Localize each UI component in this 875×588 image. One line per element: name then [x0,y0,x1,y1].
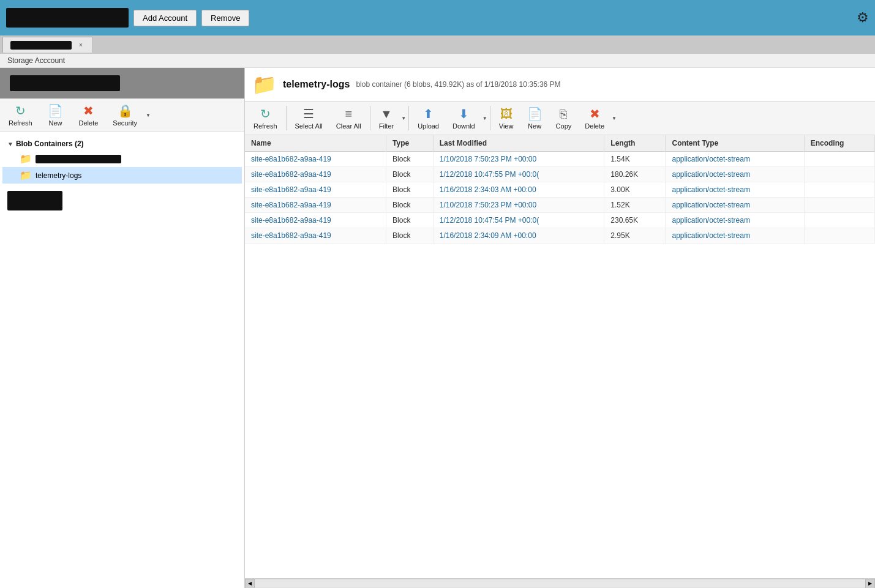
main-area: Storage Acccount ↻ Refresh 📄 New ✖ [0,54,875,588]
container-meta: blob container (6 blobs, 419.92K) as of … [356,80,560,89]
left-panel: ↻ Refresh 📄 New ✖ Delete 🔒 Security ▼ [0,68,245,588]
col-name: Name [245,135,386,152]
table-row[interactable]: site-e8a1b682-a9aa-419 Block 1/16/2018 2… [245,228,875,244]
container-name: telemetry-logs [283,79,350,90]
cell-type: Block [386,228,434,244]
cell-name: site-e8a1b682-a9aa-419 [245,228,386,244]
clear-all-label: Clear All [336,122,361,130]
cell-length: 180.26K [604,167,666,182]
copy-icon: ⎘ [560,107,567,121]
table-row[interactable]: site-e8a1b682-a9aa-419 Block 1/12/2018 1… [245,213,875,228]
clear-all-button[interactable]: ≡ Clear All [330,105,367,132]
left-toolbar: ↻ Refresh 📄 New ✖ Delete 🔒 Security ▼ [0,99,244,132]
cell-type: Block [386,167,434,182]
copy-label: Copy [556,122,572,130]
cell-encoding [804,182,874,198]
folder-icon-2: 📁 [20,169,32,181]
cell-encoding [804,167,874,182]
right-refresh-label: Refresh [253,122,277,130]
left-delete-label: Delete [79,119,99,127]
view-button[interactable]: 🖼 View [493,105,520,132]
upload-label: Upload [418,122,439,130]
table-row[interactable]: site-e8a1b682-a9aa-419 Block 1/16/2018 2… [245,182,875,198]
right-new-icon: 📄 [527,106,543,121]
separator-3 [408,106,409,130]
left-security-button[interactable]: 🔒 Security [107,101,143,129]
container-folder-icon: 📁 [252,73,277,96]
download-dropdown-arrow[interactable]: ▼ [483,116,487,121]
remove-button[interactable]: Remove [201,10,249,26]
table-row[interactable]: site-e8a1b682-a9aa-419 Block 1/10/2018 7… [245,198,875,213]
col-last-modified: Last Modified [433,135,604,152]
cell-name: site-e8a1b682-a9aa-419 [245,213,386,228]
tab-close-icon[interactable]: × [79,42,83,48]
table-row[interactable]: site-e8a1b682-a9aa-419 Block 1/12/2018 1… [245,167,875,182]
upload-button[interactable]: ⬆ Upload [411,104,445,132]
cell-length: 2.95K [604,228,666,244]
blob-containers-section[interactable]: ▼ Blob Containers (2) [2,137,242,151]
extra-redacted-box [7,191,62,210]
cell-encoding [804,152,874,167]
cell-content-type: application/octet-stream [666,182,804,198]
copy-button[interactable]: ⎘ Copy [550,105,578,132]
tab-item[interactable]: × [2,37,93,53]
right-delete-label: Delete [585,122,604,130]
cell-type: Block [386,213,434,228]
view-icon: 🖼 [500,107,513,121]
table-header-row: Name Type Last Modified Length Content T… [245,135,875,152]
cell-last-modified: 1/16/2018 2:34:03 AM +00:00 [433,182,604,198]
settings-gear-button[interactable]: ⚙ [857,10,869,26]
horizontal-scrollbar[interactable]: ◀ ▶ [245,578,875,588]
upload-icon: ⬆ [423,106,434,121]
scroll-right-arrow[interactable]: ▶ [865,579,875,589]
separator-4 [490,106,490,130]
right-new-button[interactable]: 📄 New [521,104,549,132]
right-new-label: New [528,122,541,130]
account-name-redacted [6,8,129,28]
left-refresh-button[interactable]: ↻ Refresh [2,101,39,129]
delete-dropdown-arrow[interactable]: ▼ [612,116,617,121]
cell-content-type: application/octet-stream [666,198,804,213]
tab-bar: × [0,35,875,54]
blob-table-container[interactable]: Name Type Last Modified Length Content T… [245,135,875,578]
left-toolbar-dropdown-arrow[interactable]: ▼ [146,113,151,118]
blob-containers-label: Blob Containers (2) [16,140,84,148]
cell-content-type: application/octet-stream [666,167,804,182]
right-panel: 📁 telemetry-logs blob container (6 blobs… [245,68,875,588]
filter-button[interactable]: ▼ Filter [373,105,400,132]
cell-name: site-e8a1b682-a9aa-419 [245,198,386,213]
right-refresh-button[interactable]: ↻ Refresh [247,104,284,132]
cell-length: 1.52K [604,198,666,213]
account-search-redacted [10,75,120,91]
left-new-button[interactable]: 📄 New [41,101,70,129]
cell-name: site-e8a1b682-a9aa-419 [245,182,386,198]
right-delete-button[interactable]: ✖ Delete [579,104,610,132]
cell-encoding [804,198,874,213]
scroll-left-arrow[interactable]: ◀ [245,579,255,589]
cell-last-modified: 1/10/2018 7:50:23 PM +00:00 [433,198,604,213]
cell-type: Block [386,152,434,167]
tree-item-telemetry-logs[interactable]: 📁 telemetry-logs [2,167,242,184]
download-button[interactable]: ⬇ Downld [446,104,481,132]
tab-name-redacted [10,41,72,50]
download-icon: ⬇ [459,106,469,121]
select-all-icon: ☰ [303,106,314,121]
tree-item-redacted[interactable]: 📁 [2,151,242,167]
content-split: ↻ Refresh 📄 New ✖ Delete 🔒 Security ▼ [0,68,875,588]
add-account-button[interactable]: Add Account [133,10,197,26]
cell-type: Block [386,198,434,213]
tree-area: ▼ Blob Containers (2) 📁 📁 telemetry-logs [0,132,244,588]
left-delete-button[interactable]: ✖ Delete [73,101,105,129]
filter-dropdown-arrow[interactable]: ▼ [401,116,406,121]
left-refresh-label: Refresh [9,119,32,127]
download-label: Downld [453,122,475,130]
cell-last-modified: 1/16/2018 2:34:09 AM +00:00 [433,228,604,244]
table-row[interactable]: site-e8a1b682-a9aa-419 Block 1/10/2018 7… [245,152,875,167]
clear-all-icon: ≡ [345,107,352,121]
select-all-button[interactable]: ☰ Select All [289,104,329,132]
col-content-type: Content Type [666,135,804,152]
cell-encoding [804,213,874,228]
top-toolbar: Add Account Remove ⚙ [0,0,875,35]
filter-label: Filter [379,122,394,130]
col-type: Type [386,135,434,152]
